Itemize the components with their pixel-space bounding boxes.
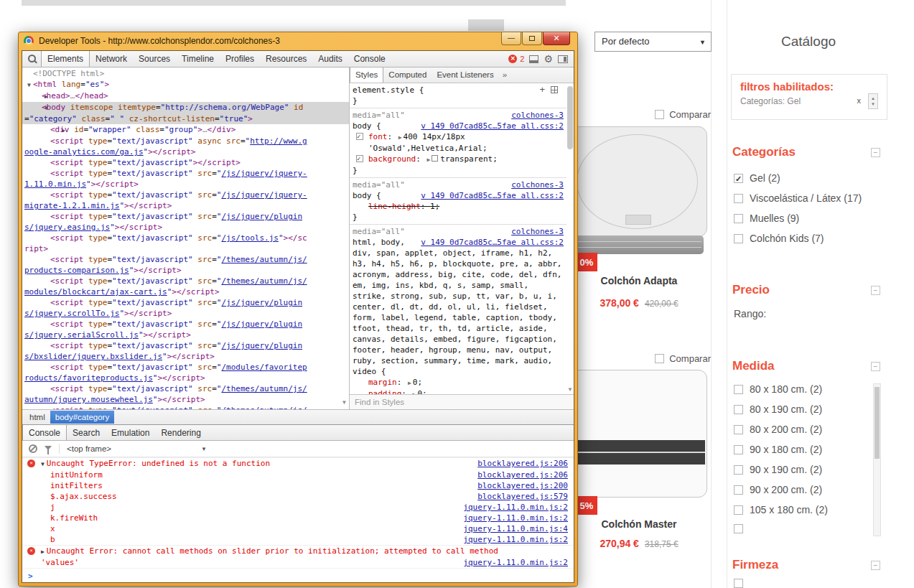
checkbox[interactable]	[734, 405, 743, 414]
filter-option[interactable]: 90 x 200 cm. (2)	[734, 484, 872, 495]
compare-checkbox[interactable]	[655, 110, 664, 119]
devtools-tab-console[interactable]: Console	[348, 51, 391, 67]
filter-option[interactable]: Viscoelástica / Látex (17)	[734, 192, 872, 204]
devtools-tab-elements[interactable]: Elements	[41, 51, 90, 67]
checkbox[interactable]	[734, 425, 743, 434]
styles-search-input[interactable]: Find in Styles	[350, 394, 574, 409]
collapse-icon[interactable]: −	[871, 362, 880, 371]
product-name[interactable]: Colchón Adapta	[567, 275, 711, 286]
stylesheet-link[interactable]: v 149 0d7cad85c…5fae all.css:2	[421, 237, 564, 248]
close-button[interactable]: ✕	[543, 32, 570, 45]
source-link[interactable]: jquery-1.11.0.min.js:2	[463, 557, 568, 568]
property-checkbox[interactable]	[356, 155, 363, 162]
devtools-tab-timeline[interactable]: Timeline	[176, 51, 220, 67]
css-property[interactable]: padding: ▶0;	[353, 388, 564, 394]
console-error-message[interactable]: ✕▶Uncaught Error: cannot call methods on…	[22, 546, 574, 569]
dom-tree-node[interactable]: <script type="text/javascript" src="/js/…	[24, 211, 309, 233]
dom-tree-node[interactable]: <script type="text/javascript"></script>	[24, 157, 309, 168]
devtools-tab-profiles[interactable]: Profiles	[220, 51, 260, 67]
filter-option[interactable]: 90 x 180 cm. (2)	[734, 444, 872, 455]
show-drawer-icon[interactable]	[529, 55, 538, 63]
frame-selector[interactable]: <top frame> ▼	[67, 444, 207, 453]
source-link[interactable]: blocklayered.js:206	[477, 458, 568, 469]
filter-option[interactable]: Muelles (9)	[734, 213, 872, 224]
dom-tree-node[interactable]: <script type="text/javascript" src="/js/…	[24, 233, 309, 254]
product-name[interactable]: Colchón Master	[567, 518, 711, 530]
checkbox[interactable]	[734, 524, 743, 533]
dock-side-icon[interactable]	[558, 55, 568, 63]
new-style-rule-icon[interactable]: +	[539, 85, 545, 94]
stylesheet-link[interactable]: colchones-3	[511, 179, 564, 190]
console-tab-console[interactable]: Console	[22, 425, 67, 440]
stylesheet-link[interactable]: colchones-3	[511, 226, 564, 237]
scrollbar-thumb[interactable]	[567, 86, 573, 149]
css-rule[interactable]: media="all"colchones-3body {v 149 0d7cad…	[350, 178, 566, 225]
breadcrumb-item[interactable]: body#category	[50, 411, 114, 424]
source-link[interactable]: jquery-1.11.0.min.js:4	[463, 523, 568, 534]
dom-tree-node[interactable]: <script type="text/javascript" src="/the…	[24, 405, 309, 409]
stylesheet-link[interactable]: v 149 0d7cad85c…5fae all.css:2	[421, 121, 564, 131]
dom-tree-node[interactable]: <script type="text/javascript" src="/mod…	[24, 362, 309, 383]
dom-tree-node[interactable]: <!DOCTYPE html>	[24, 68, 309, 79]
source-link[interactable]: jquery-1.11.0.min.js:2	[463, 513, 568, 523]
css-property[interactable]: font: ▶400 14px/18px 'Oswald',Helvetica,…	[353, 131, 564, 154]
dom-tree-node[interactable]: ▼<body itemscope itemtype="http://schema…	[22, 102, 349, 124]
devtools-tab-network[interactable]: Network	[90, 51, 133, 67]
console-tab-emulation[interactable]: Emulation	[106, 425, 155, 440]
scrollbar-thumb[interactable]	[875, 387, 880, 459]
css-property[interactable]: background: ▶transparent;	[353, 154, 564, 165]
devtools-tab-resources[interactable]: Resources	[260, 51, 312, 67]
dom-tree-node[interactable]: <script type="text/javascript" src="/js/…	[24, 319, 309, 340]
console-prompt[interactable]: >	[28, 571, 33, 581]
filter-option[interactable]	[734, 579, 872, 588]
filter-option[interactable]: Gel (2)	[734, 172, 872, 184]
checkbox[interactable]	[734, 385, 743, 394]
css-rule[interactable]: media="all"colchones-3body {v 149 0d7cad…	[350, 108, 566, 178]
checkbox[interactable]	[734, 465, 743, 475]
console-tab-rendering[interactable]: Rendering	[155, 425, 206, 440]
dom-tree-node[interactable]: <script type="text/javascript" src="/js/…	[24, 340, 309, 362]
error-count[interactable]: 2	[520, 55, 524, 63]
compare-option[interactable]: Comparar	[655, 109, 711, 120]
element-state-icon[interactable]	[551, 86, 558, 93]
inspect-element-icon[interactable]	[27, 54, 38, 65]
filter-option[interactable]: 90 x 190 cm. (2)	[734, 464, 872, 475]
source-link[interactable]: blocklayered.js:579	[477, 491, 568, 502]
checkbox[interactable]	[734, 234, 743, 243]
filter-option[interactable]: 105 x 180 cm. (2)	[734, 504, 872, 515]
breadcrumb-item[interactable]: html	[24, 411, 50, 424]
styles-scrollbar[interactable]: ▼	[566, 83, 574, 394]
dom-tree-node[interactable]: <script type="text/javascript" src="/js/…	[24, 190, 309, 211]
dom-tree-node[interactable]: <script type="text/javascript" src="/js/…	[24, 297, 309, 319]
console-error-message[interactable]: ✕▼Uncaught TypeError: undefined is not a…	[22, 457, 574, 546]
styles-tab-styles[interactable]: Styles	[350, 67, 383, 83]
minimize-button[interactable]: —	[501, 32, 521, 45]
dom-tree-node[interactable]: <script type="text/javascript" src="/the…	[24, 276, 309, 297]
stylesheet-link[interactable]: v 149 0d7cad85c…5fae all.css:2	[421, 190, 564, 201]
console-tab-search[interactable]: Search	[67, 425, 106, 440]
clear-console-icon[interactable]	[29, 444, 37, 453]
collapse-icon[interactable]: −	[871, 561, 880, 570]
filter-option[interactable]: 80 x 190 cm. (2)	[734, 403, 872, 415]
collapse-icon[interactable]: −	[871, 286, 880, 295]
product-image[interactable]	[567, 370, 707, 498]
devtools-titlebar[interactable]: Developer Tools - http://www.colchonsple…	[19, 32, 577, 50]
checkbox[interactable]	[734, 174, 743, 183]
maximize-button[interactable]	[522, 32, 542, 45]
source-link[interactable]: jquery-1.11.0.min.js:2	[463, 502, 568, 513]
devtools-tab-sources[interactable]: Sources	[133, 51, 176, 67]
css-property[interactable]: margin: ▶0;	[353, 377, 564, 388]
filter-icon[interactable]	[45, 446, 52, 450]
scroll-down-icon[interactable]: ▼	[567, 386, 573, 393]
checkbox[interactable]	[734, 505, 743, 515]
gear-icon[interactable]: ⚙	[544, 54, 553, 64]
checkbox[interactable]	[734, 485, 743, 495]
property-checkbox[interactable]	[356, 133, 363, 140]
css-rule[interactable]: media="all"colchones-3html, body,v 149 0…	[350, 225, 566, 394]
checkbox[interactable]	[734, 214, 743, 223]
error-icon[interactable]: ✕	[508, 55, 517, 63]
source-link[interactable]: blocklayered.js:206	[477, 470, 568, 480]
product-image[interactable]	[567, 126, 707, 254]
element-style-rule[interactable]: element.style {}	[350, 83, 566, 108]
dom-tree-node[interactable]: ▶<div id="wrapper" class="group">…</div>	[24, 124, 309, 136]
